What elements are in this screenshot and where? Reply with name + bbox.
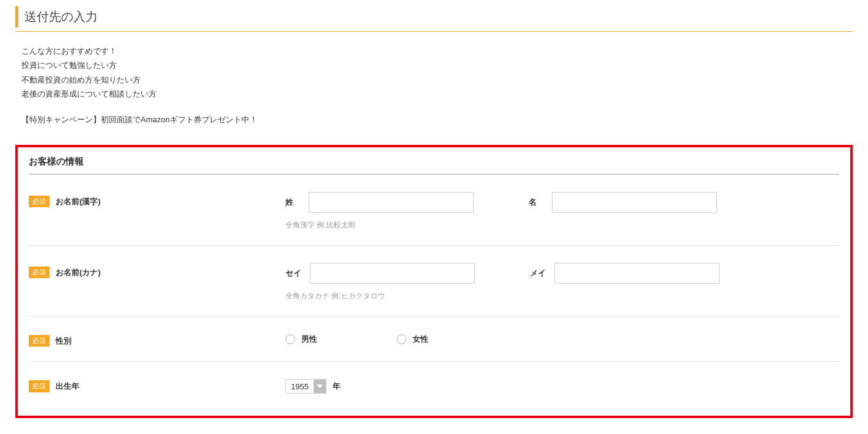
page-title-container: 送付先の入力	[15, 6, 853, 28]
sei-input-kanji[interactable]	[309, 192, 474, 213]
mei-input-kanji[interactable]	[552, 192, 717, 213]
radio-circle-icon	[397, 334, 406, 344]
intro-line-2: 投資について勉強したい方	[21, 58, 853, 72]
field-row-name-kana: 必須 お名前(カナ) セイ メイ 全角カタカナ 例:ヒカクタロウ	[29, 246, 839, 317]
value-col-name-kanji: 姓 名 全角漢字 例:比較太郎	[285, 192, 839, 230]
value-col-gender: 男性 女性	[285, 331, 839, 345]
field-label-name-kanji: お名前(漢字)	[56, 196, 101, 207]
page-title: 送付先の入力	[24, 9, 853, 25]
required-badge: 必須	[29, 196, 50, 207]
label-col-birth-year: 必須 出生年	[29, 377, 285, 392]
section-heading: お客様の情報	[29, 156, 839, 175]
value-col-birth-year: 1955 年	[285, 377, 839, 394]
required-badge: 必須	[29, 380, 50, 392]
chevron-down-icon	[314, 380, 326, 393]
birth-year-suffix: 年	[333, 381, 340, 392]
label-col-name-kana: 必須 お名前(カナ)	[29, 263, 285, 278]
field-label-name-kana: お名前(カナ)	[56, 267, 101, 278]
birth-year-select[interactable]: 1955	[285, 379, 326, 394]
sei-label-kanji: 姓	[285, 197, 300, 208]
intro-line-4: 老後の資産形成について相談したい方	[21, 87, 853, 101]
title-underline	[15, 31, 853, 32]
label-col-gender: 必須 性別	[29, 331, 285, 347]
intro-text: こんな方におすすめです！ 投資について勉強したい方 不動産投資の始め方を知りたい…	[15, 44, 853, 127]
field-row-birth-year: 必須 出生年 1955 年	[29, 362, 839, 408]
field-row-name-kanji: 必須 お名前(漢字) 姓 名 全角漢字 例:比較太郎	[29, 175, 839, 246]
radio-item-female[interactable]: 女性	[397, 334, 428, 345]
mei-input-kana[interactable]	[554, 263, 719, 284]
radio-item-male[interactable]: 男性	[285, 334, 317, 345]
label-col-name-kanji: 必須 お名前(漢字)	[29, 192, 285, 207]
value-col-name-kana: セイ メイ 全角カタカナ 例:ヒカクタロウ	[285, 263, 839, 301]
sei-label-kana: セイ	[285, 268, 301, 279]
birth-year-value: 1955	[286, 382, 314, 391]
radio-label-male: 男性	[301, 334, 317, 345]
required-badge: 必須	[29, 267, 50, 278]
sei-input-kana[interactable]	[310, 263, 475, 284]
mei-label-kanji: 名	[529, 197, 543, 208]
hint-name-kanji: 全角漢字 例:比較太郎	[285, 220, 839, 230]
intro-line-1: こんな方におすすめです！	[21, 44, 853, 58]
field-label-birth-year: 出生年	[56, 381, 79, 392]
intro-line-3: 不動産投資の始め方を知りたい方	[21, 73, 853, 87]
radio-circle-icon	[285, 334, 295, 344]
field-row-gender: 必須 性別 男性 女性	[29, 317, 839, 362]
customer-info-form: お客様の情報 必須 お名前(漢字) 姓 名 全角漢字 例:比較太	[15, 145, 853, 418]
mei-label-kana: メイ	[530, 268, 546, 279]
field-label-gender: 性別	[56, 336, 72, 347]
hint-name-kana: 全角カタカナ 例:ヒカクタロウ	[285, 291, 839, 301]
required-badge: 必須	[29, 335, 50, 347]
intro-campaign: 【特別キャンペーン】初回面談でAmazonギフト券プレゼント中！	[21, 112, 853, 127]
radio-label-female: 女性	[413, 334, 428, 345]
